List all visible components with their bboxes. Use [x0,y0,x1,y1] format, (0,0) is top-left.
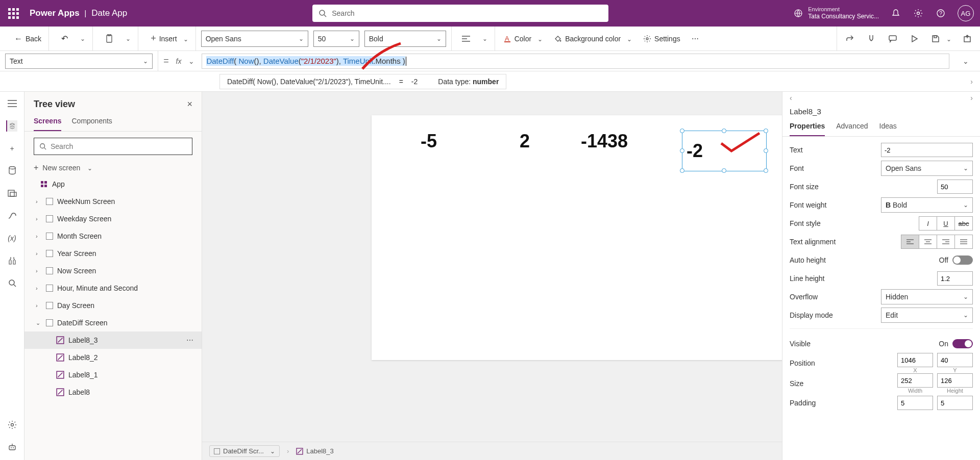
settings-icon[interactable] [913,8,924,19]
canvas-label[interactable]: -5 [421,131,437,152]
close-icon[interactable]: × [187,99,192,110]
tree-item[interactable]: ›Year Screen [24,245,202,262]
prop-fontstyle-buttons[interactable]: I U abc [919,216,973,231]
new-screen-button[interactable]: +New screen [34,163,192,172]
result-next-icon[interactable]: › [970,78,980,86]
tree-search[interactable] [34,138,192,155]
flow-icon[interactable] [7,210,18,221]
checker-icon[interactable] [866,33,877,44]
rail-settings-icon[interactable] [7,419,18,430]
back-button[interactable]: ←Back [11,32,44,45]
canvas[interactable]: -52-1438-2 [372,115,811,360]
prop-text-input[interactable] [881,143,973,157]
user-avatar[interactable]: AG [958,5,974,21]
publish-icon[interactable] [962,33,973,44]
font-size-select[interactable]: 50 [313,31,359,47]
more-button[interactable]: ⋯ [689,33,702,45]
prop-position-y[interactable] [937,353,973,367]
prop-size-h[interactable] [937,373,973,388]
align-center-button[interactable] [919,235,937,249]
help-icon[interactable]: ? [935,8,946,19]
prop-padding-a[interactable] [897,396,933,410]
underline-button[interactable]: U [937,216,955,231]
prop-position-x[interactable] [897,353,933,367]
save-dropdown[interactable] [943,35,951,43]
paste-dropdown[interactable] [119,33,134,44]
comments-icon[interactable] [887,33,898,44]
result-eq: = [399,78,403,86]
save-icon[interactable] [930,33,941,44]
prop-lineheight-input[interactable] [937,271,973,286]
tree-item[interactable]: ›Day Screen [24,297,202,314]
canvas-label[interactable]: 2 [520,131,530,152]
italic-button[interactable]: I [919,216,937,231]
settings-button[interactable]: Settings [640,33,683,45]
align-button[interactable] [459,34,473,44]
prop-visible-toggle[interactable] [952,339,973,348]
prop-font-select[interactable]: Open Sans [881,161,973,176]
prop-overflow-select[interactable]: Hidden [881,289,973,304]
search-rail-icon[interactable] [7,277,18,289]
tab-components[interactable]: Components [71,117,112,131]
tab-properties[interactable]: Properties [790,122,825,136]
tab-ideas[interactable]: Ideas [879,122,897,136]
formula-input[interactable]: DateDiff( Now(), DateValue("2/1/2023"), … [202,54,949,69]
canvas-label[interactable]: -1438 [581,131,628,152]
control-name: Label8_3 [782,104,980,118]
undo-button[interactable]: ↶ [58,32,71,45]
align-left-button[interactable] [901,235,919,249]
search-box[interactable]: Search [312,5,608,22]
data-icon[interactable] [7,165,18,176]
tree-item[interactable]: ›Month Screen [24,227,202,245]
media-icon[interactable] [7,188,18,199]
prop-fontsize-input[interactable] [937,180,973,194]
expand-formula-icon[interactable]: ⌄ [957,57,975,65]
search-icon [39,143,46,150]
tree-item[interactable]: ›Hour, Minute and Second [24,279,202,297]
fx-dropdown[interactable]: ⌄ [188,57,194,65]
prop-autoheight-toggle[interactable] [952,255,973,265]
insert-icon[interactable]: + [7,143,18,154]
color-button[interactable]: A Color [500,33,546,45]
breadcrumb-screen[interactable]: DateDiff Scr... [209,445,280,457]
undo-dropdown[interactable] [74,33,88,44]
prop-displaymode-select[interactable]: Edit [881,308,973,323]
insert-button[interactable]: +Insert [148,31,191,46]
canvas-label[interactable]: -2 [682,131,767,171]
align-right-button[interactable] [937,235,955,249]
waffle-icon[interactable] [6,6,20,20]
tree-view-icon[interactable] [6,120,17,132]
tree-item-label[interactable]: Label8 [24,384,202,401]
breadcrumb-control[interactable]: Label8_3 [296,447,334,455]
tools-icon[interactable] [7,255,18,266]
strike-button[interactable]: abc [954,216,973,231]
tree-search-input[interactable] [51,142,187,150]
align-justify-button[interactable] [954,235,973,249]
font-family-select[interactable]: Open Sans [201,31,308,47]
prop-align-buttons[interactable] [901,235,973,249]
hamburger-icon[interactable] [7,98,18,109]
tree-item[interactable]: ›WeekNum Screen [24,193,202,210]
play-icon[interactable] [909,33,920,44]
variable-icon[interactable]: (x) [7,233,18,244]
tree-item[interactable]: ›Now Screen [24,262,202,279]
rail-bot-icon[interactable] [7,442,18,453]
prop-size-w[interactable] [897,373,933,388]
tree-item[interactable]: ›Weekday Screen [24,210,202,227]
search-placeholder: Search [332,9,354,17]
prop-fontweight-select[interactable]: B Bold [881,197,973,213]
align-dropdown[interactable] [476,33,491,44]
prop-padding-b[interactable] [937,396,973,410]
paste-button[interactable] [102,32,116,45]
property-selector[interactable]: Text [5,54,153,69]
tree-item-label[interactable]: Label8_3⋯ [24,331,202,349]
tree-item-label[interactable]: Label8_1 [24,366,202,384]
tree-item-label[interactable]: Label8_2 [24,349,202,366]
tab-advanced[interactable]: Advanced [836,122,868,136]
tab-screens[interactable]: Screens [34,117,61,131]
tree-item[interactable]: ⌄DateDiff Screen [24,314,202,331]
tree-item[interactable]: App [24,175,202,193]
share-icon[interactable] [844,33,855,44]
notifications-icon[interactable] [890,8,901,19]
bgcolor-button[interactable]: Background color [551,33,635,45]
